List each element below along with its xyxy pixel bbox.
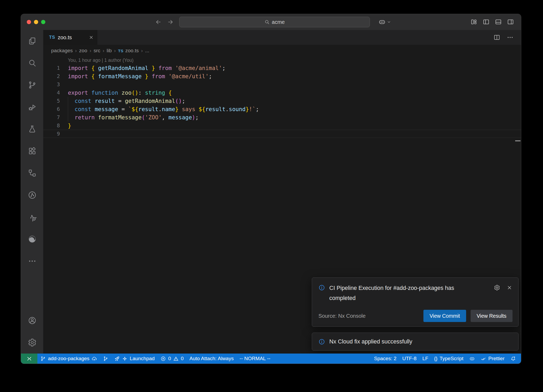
notification-source: Source: Nx Console <box>318 313 366 319</box>
notification-close-icon[interactable] <box>506 285 513 291</box>
breadcrumb-item-zoo-ts[interactable]: TSzoo.ts <box>118 48 139 54</box>
copilot-icon <box>378 18 386 26</box>
breadcrumb-item-lib[interactable]: lib <box>107 48 112 54</box>
overview-ruler-mark <box>515 140 520 141</box>
activity-bar-item-explorer[interactable] <box>21 30 43 52</box>
branch-icon <box>40 356 46 361</box>
breadcrumb-item-src[interactable]: src <box>94 48 100 54</box>
view-commit-button[interactable]: View Commit <box>423 310 466 322</box>
line-number: 8 <box>43 123 60 129</box>
double-check-icon <box>481 356 486 361</box>
warning-triangle-icon <box>173 356 179 361</box>
line-content: import { formatMessage } from '@acme/uti… <box>60 73 212 80</box>
line-number: 7 <box>43 114 60 120</box>
activity-bar-item-additional-views[interactable] <box>21 250 43 272</box>
status-item-label: Launchpad <box>130 356 155 361</box>
navigate-forward-icon[interactable] <box>167 19 174 25</box>
status-item-label: -- NORMAL -- <box>239 356 270 361</box>
minimize-window-button[interactable] <box>34 20 38 24</box>
status-item-source-control-graph[interactable] <box>100 354 111 364</box>
activity-bar-item-accounts[interactable] <box>21 310 43 332</box>
status-item-remote-indicator[interactable] <box>21 354 37 364</box>
activity-bar-item-browser[interactable] <box>21 228 43 250</box>
status-item-indentation[interactable]: Spaces: 2 <box>371 354 400 364</box>
status-item-label: UTF-8 <box>402 356 417 361</box>
code-line-2[interactable]: 2import { formatMessage } from '@acme/ut… <box>43 72 521 80</box>
line-content: export function zoo(): string { <box>60 90 172 96</box>
toggle-sidebar-button[interactable] <box>483 18 490 25</box>
toggle-panel-button[interactable] <box>495 18 502 25</box>
code-line-5[interactable]: 5 const result = getRandomAnimal(); <box>43 97 521 105</box>
remote-icon <box>27 356 32 361</box>
copilot-menu[interactable] <box>378 18 391 26</box>
activity-bar-item-nx-console[interactable] <box>21 184 43 206</box>
error-circle-icon <box>160 356 166 361</box>
code-line-4[interactable]: 4export function zoo(): string { <box>43 89 521 97</box>
activity-bar-item-search[interactable] <box>21 52 43 74</box>
activity-bar-item-testing[interactable] <box>21 118 43 140</box>
source-control-icon <box>28 81 37 89</box>
status-item-auto-attach[interactable]: Auto Attach: Always <box>187 354 237 364</box>
activity-bar <box>21 30 43 354</box>
activity-bar-item-extensions[interactable] <box>21 140 43 162</box>
activity-bar-item-project-hierarchy[interactable] <box>21 162 43 184</box>
more-icon <box>28 257 37 265</box>
status-item-encoding[interactable]: UTF-8 <box>399 354 419 364</box>
status-item-notifications-bell[interactable] <box>507 354 519 364</box>
status-item-problems[interactable]: 00 <box>157 354 186 364</box>
info-icon <box>318 284 325 291</box>
status-item-git-branch[interactable]: add-zoo-packages <box>37 354 100 364</box>
command-center-search[interactable]: acme <box>179 17 370 27</box>
code-line-3[interactable]: 3 <box>43 80 521 89</box>
status-item-nx-launchpad[interactable]: Launchpad <box>111 354 157 364</box>
code-line-8[interactable]: 8} <box>43 121 521 130</box>
breadcrumb-item--[interactable]: ... <box>145 48 149 54</box>
line-content: return formatMessage('ZOO', message); <box>60 114 199 121</box>
status-item-label: 0 <box>181 356 184 361</box>
desktop: { "titlebar": { "search_query": "acme", … <box>0 0 543 392</box>
status-item-language-mode[interactable]: {}TypeScript <box>431 354 466 364</box>
tab-zoo-ts[interactable]: TS zoo.ts <box>43 30 97 45</box>
zoom-window-button[interactable] <box>41 20 45 24</box>
status-bar: add-zoo-packagesLaunchpad00Auto Attach: … <box>21 354 521 364</box>
toggle-secondary-sidebar-button[interactable] <box>507 18 514 25</box>
line-content: const result = getRandomAnimal(); <box>60 98 185 104</box>
tab-label: zoo.ts <box>58 34 72 41</box>
activity-bar-item-nx-cloud[interactable] <box>21 206 43 228</box>
navigate-back-icon[interactable] <box>155 19 162 25</box>
code-line-6[interactable]: 6 const message = `${result.name} says $… <box>43 105 521 113</box>
activity-bar-item-settings[interactable] <box>21 332 43 354</box>
notification-settings-icon[interactable] <box>494 285 500 291</box>
notification-title: Nx Cloud fix applied successfully <box>329 338 412 345</box>
code-line-7[interactable]: 7 return formatMessage('ZOO', message); <box>43 113 521 121</box>
status-item-formatter[interactable]: Prettier <box>478 354 507 364</box>
split-editor-icon[interactable] <box>493 34 500 41</box>
code-line-1[interactable]: 1import { getRandomAnimal } from '@acme/… <box>43 64 521 72</box>
spark-icon <box>122 356 128 361</box>
line-number: 4 <box>43 90 60 96</box>
status-item-vim-mode[interactable]: -- NORMAL -- <box>237 354 273 364</box>
account-icon <box>28 316 37 325</box>
line-content: const message = `${result.name} says ${r… <box>60 106 259 112</box>
status-item-label: Auto Attach: Always <box>190 356 234 361</box>
debug-icon <box>28 103 37 111</box>
customize-layout-button[interactable] <box>470 18 478 25</box>
activity-bar-item-source-control[interactable] <box>21 74 43 96</box>
bell-dot-icon <box>510 356 516 361</box>
view-results-button[interactable]: View Results <box>471 310 513 322</box>
edge-icon <box>28 235 37 243</box>
breadcrumb-item-zoo[interactable]: zoo <box>79 48 87 54</box>
code-line-9[interactable]: 9 <box>43 130 521 138</box>
activity-bar-item-run-and-debug[interactable] <box>21 96 43 118</box>
status-item-copilot-status[interactable] <box>466 354 478 364</box>
close-tab-icon[interactable] <box>89 35 94 40</box>
search-icon <box>264 19 270 25</box>
close-window-button[interactable] <box>27 20 31 24</box>
status-item-end-of-line[interactable]: LF <box>419 354 431 364</box>
line-number: 5 <box>43 98 60 104</box>
more-actions-icon[interactable] <box>507 34 514 41</box>
git-graph-icon <box>103 356 108 361</box>
line-number: 6 <box>43 106 60 112</box>
breadcrumb-separator: › <box>114 48 116 54</box>
breadcrumb-item-packages[interactable]: packages <box>51 48 73 54</box>
